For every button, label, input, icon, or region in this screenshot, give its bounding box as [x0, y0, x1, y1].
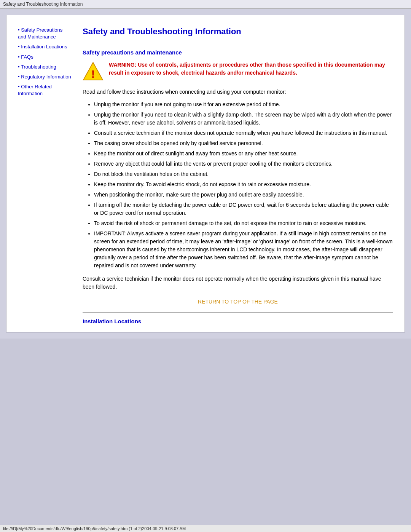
return-to-top-link[interactable]: RETURN TO TOP OF THE PAGE: [83, 299, 393, 305]
intro-text: Read and follow these instructions when …: [83, 88, 393, 96]
section1-title: Safety precautions and maintenance: [83, 49, 393, 56]
bullet-list: Unplug the monitor if you are not going …: [94, 101, 393, 270]
sidebar: • Safety Precautions and Maintenance • I…: [18, 27, 79, 324]
page-title: Safety and Troubleshooting Information: [83, 27, 393, 37]
list-item: If turning off the monitor by detaching …: [94, 201, 393, 217]
sidebar-item-safety[interactable]: • Safety Precautions and Maintenance: [18, 27, 71, 40]
page-container: • Safety Precautions and Maintenance • I…: [6, 15, 405, 332]
outro-text: Consult a service technician if the moni…: [83, 275, 393, 291]
title-bar-text: Safety and Troubleshooting Information: [3, 2, 83, 7]
svg-text:!: !: [91, 68, 95, 80]
sidebar-item-other[interactable]: • Other Related Information: [18, 83, 71, 97]
sidebar-item-installation[interactable]: • Installation Locations: [18, 43, 71, 50]
list-item: Unplug the monitor if you need to clean …: [94, 111, 393, 127]
list-item: Keep the monitor dry. To avoid electric …: [94, 181, 393, 189]
sidebar-item-troubleshooting[interactable]: • Troubleshooting: [18, 64, 71, 70]
bottom-divider: [83, 312, 393, 313]
warning-text: WARNING: Use of controls, adjustments or…: [109, 61, 393, 77]
sidebar-item-faqs[interactable]: • FAQs: [18, 54, 71, 61]
list-item: Consult a service technician if the moni…: [94, 129, 393, 137]
top-divider: [83, 42, 393, 42]
list-item: IMPORTANT: Always activate a screen save…: [94, 230, 393, 270]
list-item: Keep the monitor out of direct sunlight …: [94, 150, 393, 158]
list-item: Unplug the monitor if you are not going …: [94, 101, 393, 109]
list-item: Remove any object that could fall into t…: [94, 160, 393, 168]
title-bar: Safety and Troubleshooting Information: [0, 0, 411, 9]
browser-content: • Safety Precautions and Maintenance • I…: [0, 9, 411, 339]
status-bar-text: file:///D|/My%20Documents/dfu/W9/english…: [3, 526, 186, 531]
section2-title: Installation Locations: [83, 318, 393, 324]
status-bar: file:///D|/My%20Documents/dfu/W9/english…: [0, 525, 411, 532]
list-item: Do not block the ventilation holes on th…: [94, 170, 393, 178]
list-item: To avoid the risk of shock or permanent …: [94, 219, 393, 227]
main-content: Safety and Troubleshooting Information S…: [79, 27, 393, 324]
list-item: The casing cover should be opened only b…: [94, 139, 393, 147]
sidebar-item-regulatory[interactable]: • Regulatory Information: [18, 73, 71, 80]
list-item: When positioning the monitor, make sure …: [94, 191, 393, 199]
warning-icon: !: [83, 61, 104, 82]
warning-box: ! WARNING: Use of controls, adjustments …: [83, 61, 393, 82]
